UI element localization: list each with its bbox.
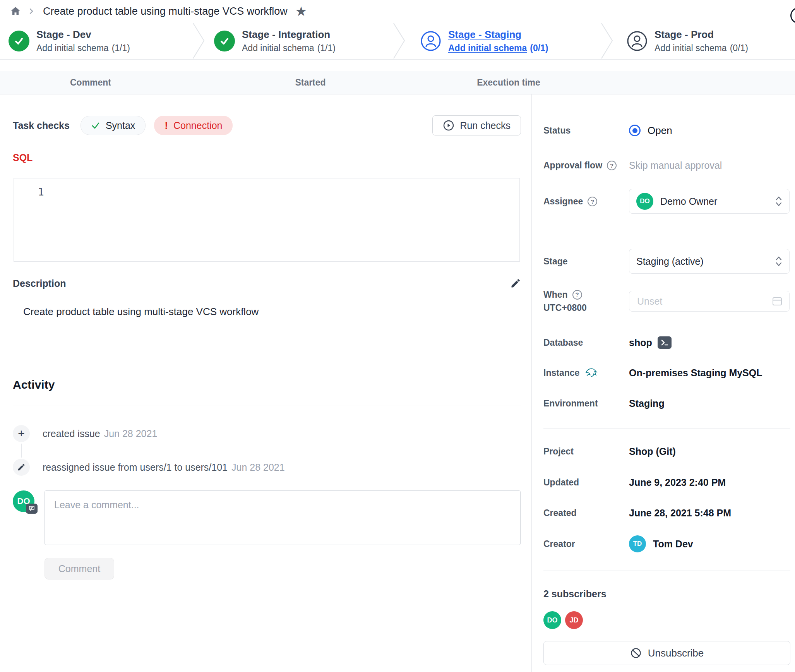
avatar: DO (543, 611, 561, 629)
activity-text: reassigned issue from users/1 to users/1… (43, 462, 228, 473)
stage-select[interactable]: Staging (active) (629, 249, 790, 274)
activity-text: created issue (43, 428, 100, 439)
issue-sidebar: Status Open Approval flow Skip manual ap… (532, 94, 795, 672)
environment-value: Staging (629, 398, 665, 409)
column-header-comment: Comment (70, 71, 111, 94)
page-title: Create product table using multi-stage V… (43, 5, 288, 17)
stage-done-check-icon (9, 31, 29, 51)
help-icon[interactable] (572, 290, 582, 300)
sql-editor[interactable]: 1 (14, 178, 520, 262)
sidebar-divider (543, 231, 790, 231)
database-label: Database (543, 338, 629, 348)
description-text: Create product table using multi-stage V… (23, 306, 259, 318)
sidebar-row-when: When UTC+0800 Unset (543, 289, 790, 313)
stage-pending-person-icon (627, 31, 648, 51)
select-chevrons-icon (775, 196, 782, 207)
creator-label: Creator (543, 539, 629, 549)
sidebar-row-created: Created June 28, 2021 5:48 PM (543, 505, 790, 521)
check-badge-label: Syntax (106, 120, 135, 131)
corner-circle-icon[interactable] (790, 7, 795, 24)
sql-section-label: SQL (13, 152, 33, 163)
run-checks-button[interactable]: Run checks (432, 115, 521, 135)
stage-title: Stage - Integration (242, 27, 336, 41)
when-placeholder: Unset (637, 296, 662, 307)
check-badge-syntax[interactable]: Syntax (81, 116, 146, 135)
avatar: DO (13, 490, 34, 512)
activity-divider (13, 406, 521, 406)
instance-value: On-premises Staging MySQL (629, 367, 762, 379)
activity-date: Jun 28 2021 (104, 428, 158, 439)
check-icon (91, 121, 100, 130)
comment-input[interactable] (45, 490, 521, 545)
help-icon[interactable] (607, 161, 617, 170)
created-label: Created (543, 508, 629, 518)
instance-label: Instance (543, 368, 579, 378)
stage-item-dev[interactable]: Stage - Dev Add initial schema(1/1) (9, 22, 130, 59)
stage-task-count: (1/1) (317, 43, 336, 53)
warning-icon: ! (164, 120, 168, 132)
sidebar-row-assignee: Assignee DO Demo Owner (543, 189, 790, 214)
updated-label: Updated (543, 477, 629, 488)
stage-item-integration[interactable]: Stage - Integration Add initial schema(1… (214, 22, 336, 59)
project-value: Shop (Git) (629, 446, 676, 457)
activity-item-created: created issue Jun 28 2021 (13, 425, 157, 442)
edit-description-button[interactable] (510, 278, 521, 289)
avatar: JD (565, 611, 583, 629)
created-value: June 28, 2021 5:48 PM (629, 507, 731, 519)
sidebar-row-stage: Stage Staging (active) (543, 249, 790, 274)
avatar: DO (636, 193, 653, 210)
breadcrumb: Create product table using multi-stage V… (0, 0, 795, 22)
sidebar-row-creator: Creator TD Tom Dev (543, 535, 790, 553)
pencil-icon (510, 278, 521, 289)
description-header: Description (13, 276, 521, 291)
unsubscribe-button[interactable]: Unsubscribe (543, 641, 790, 665)
stage-item-prod[interactable]: Stage - Prod Add initial schema(0/1) (627, 22, 748, 59)
calendar-icon (771, 295, 783, 307)
status-radio-open[interactable] (629, 125, 641, 136)
chevron-right-icon (27, 7, 35, 15)
home-icon[interactable] (10, 5, 21, 17)
sidebar-row-updated: Updated June 9, 2023 2:40 PM (543, 475, 790, 490)
help-icon[interactable] (588, 197, 597, 206)
approval-flow-value: Skip manual approval (629, 160, 722, 171)
issue-page: Create product table using multi-stage V… (0, 0, 795, 672)
prohibited-icon (630, 647, 642, 659)
sidebar-divider (543, 429, 790, 429)
stage-done-check-icon (214, 31, 235, 51)
stage-task-count: (1/1) (112, 43, 130, 53)
stage-task-link[interactable]: Add initial schema (448, 43, 527, 53)
assignee-label: Assignee (543, 196, 583, 207)
sidebar-row-approval-flow: Approval flow Skip manual approval (543, 158, 790, 173)
status-label: Status (543, 125, 629, 136)
stage-task-count: (0/1) (530, 43, 548, 53)
favorite-star-icon[interactable]: ★ (295, 5, 307, 18)
updated-value: June 9, 2023 2:40 PM (629, 477, 726, 488)
database-value: shop (629, 337, 652, 348)
activity-item-reassigned: reassigned issue from users/1 to users/1… (13, 459, 285, 476)
activity-timeline-connector (21, 444, 22, 458)
stage-task-count: (0/1) (730, 43, 748, 53)
sql-terminal-icon[interactable] (658, 336, 672, 349)
comment-button[interactable]: Comment (45, 558, 114, 579)
issue-main: Task checks Syntax ! Connection Run chec… (0, 94, 532, 672)
stage-label: Stage (543, 256, 629, 267)
when-timezone: UTC+0800 (543, 303, 587, 313)
status-value: Open (648, 125, 672, 137)
activity-date: Jun 28 2021 (231, 462, 285, 473)
creator-value: Tom Dev (653, 538, 693, 550)
select-chevrons-icon (775, 256, 782, 267)
stage-item-staging-active[interactable]: Stage - Staging Add initial schema(0/1) (420, 22, 548, 59)
project-label: Project (543, 446, 629, 457)
sidebar-row-database: Database shop (543, 335, 790, 350)
plus-icon (13, 425, 30, 442)
check-badge-connection[interactable]: ! Connection (154, 116, 233, 135)
stage-value: Staging (active) (636, 256, 704, 267)
assignee-select[interactable]: DO Demo Owner (629, 189, 790, 214)
assignee-value: Demo Owner (660, 196, 717, 207)
stage-separator-chevron (600, 22, 614, 59)
stage-title: Stage - Dev (36, 27, 130, 41)
when-datetime-input[interactable]: Unset (629, 291, 790, 312)
environment-label: Environment (543, 398, 629, 409)
run-checks-label: Run checks (460, 120, 511, 131)
when-label: When (543, 288, 568, 301)
